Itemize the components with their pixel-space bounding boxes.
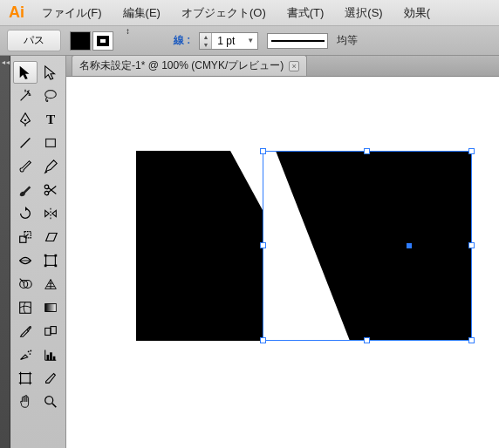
svg-point-29 (45, 397, 53, 404)
stroke-label: 線 : (174, 33, 190, 48)
svg-rect-21 (51, 327, 56, 334)
selection-tool[interactable] (13, 61, 38, 84)
artboard-tool[interactable] (13, 367, 38, 390)
svg-text:T: T (46, 112, 55, 126)
shape-builder-tool[interactable] (13, 273, 38, 295)
toolbox-collapse-gutter[interactable] (0, 56, 10, 448)
svg-rect-28 (21, 374, 31, 384)
svg-point-23 (30, 353, 31, 355)
zoom-tool[interactable] (38, 390, 63, 413)
canvas[interactable] (66, 77, 499, 448)
handle-s[interactable] (364, 337, 370, 343)
svg-rect-27 (53, 356, 56, 361)
pen-tool[interactable] (13, 108, 38, 131)
stroke-style-dropdown[interactable] (267, 33, 328, 49)
menu-edit[interactable]: 編集(E) (118, 3, 166, 24)
svg-rect-4 (46, 139, 56, 147)
svg-line-3 (21, 139, 31, 148)
app-icon: Ai (7, 4, 26, 22)
menu-select[interactable]: 選択(S) (339, 3, 387, 24)
pencil-tool[interactable] (38, 155, 63, 178)
svg-rect-10 (46, 256, 56, 266)
type-tool[interactable]: T (38, 108, 63, 131)
gradient-tool[interactable] (38, 296, 63, 319)
svg-rect-26 (50, 352, 52, 360)
document-tab-title: 名称未設定-1* @ 100% (CMYK/プレビュー) (79, 58, 284, 73)
svg-rect-7 (20, 236, 26, 242)
svg-rect-12 (55, 255, 58, 257)
eyedropper-tool[interactable] (13, 320, 38, 343)
perspective-grid-tool[interactable] (38, 273, 63, 295)
handle-e[interactable] (468, 242, 475, 248)
lasso-tool[interactable] (38, 85, 63, 107)
svg-point-1 (24, 119, 26, 121)
stroke-swatch[interactable] (92, 31, 113, 51)
paintbrush-tool[interactable] (13, 155, 38, 178)
rectangle-tool[interactable] (38, 132, 63, 154)
scale-tool[interactable] (13, 226, 38, 248)
shear-tool[interactable] (38, 226, 63, 248)
svg-point-0 (45, 91, 57, 98)
menu-type[interactable]: 書式(T) (282, 3, 330, 24)
center-anchor (407, 243, 412, 248)
blob-brush-tool[interactable] (13, 179, 38, 201)
column-graph-tool[interactable] (38, 343, 63, 366)
fill-stroke-swatches[interactable] (70, 31, 113, 51)
stroke-weight-value: 1 pt (212, 35, 243, 47)
svg-point-6 (44, 191, 49, 195)
svg-rect-18 (45, 304, 57, 312)
width-tool[interactable] (13, 249, 38, 272)
svg-rect-17 (20, 302, 31, 314)
stepper-arrows-icon[interactable]: ▲▼ (200, 33, 212, 49)
handle-se[interactable] (468, 337, 475, 343)
line-segment-tool[interactable] (13, 132, 38, 154)
svg-point-5 (44, 185, 49, 189)
blend-tool[interactable] (38, 320, 63, 343)
shape-left[interactable] (136, 151, 263, 341)
selection-bounding-box[interactable] (263, 151, 472, 341)
menu-file[interactable]: ファイル(F) (37, 3, 107, 24)
menu-object[interactable]: オブジェクト(O) (176, 3, 271, 24)
fill-swatch[interactable] (70, 31, 91, 51)
hand-tool[interactable] (13, 390, 38, 413)
svg-rect-14 (55, 265, 58, 268)
svg-point-24 (30, 350, 31, 352)
direct-selection-tool[interactable] (38, 61, 63, 84)
svg-point-22 (28, 351, 30, 353)
stroke-profile-label[interactable]: 均等 (337, 33, 358, 48)
scissors-tool[interactable] (38, 179, 63, 201)
handle-n[interactable] (364, 148, 370, 154)
selection-type-label: パス (7, 30, 61, 51)
handle-w[interactable] (260, 242, 266, 248)
svg-rect-25 (47, 355, 50, 360)
toolbox: T (10, 56, 66, 448)
handle-sw[interactable] (260, 337, 266, 343)
svg-rect-20 (45, 328, 51, 335)
svg-rect-13 (44, 265, 47, 268)
handle-ne[interactable] (468, 148, 475, 154)
svg-marker-31 (136, 151, 263, 341)
mesh-tool[interactable] (13, 296, 38, 319)
symbol-sprayer-tool[interactable] (13, 343, 38, 366)
document-tab[interactable]: 名称未設定-1* @ 100% (CMYK/プレビュー) × (72, 55, 307, 76)
svg-line-30 (52, 404, 57, 408)
magic-wand-tool[interactable] (13, 85, 38, 107)
chevron-down-icon[interactable]: ▼ (243, 37, 257, 44)
close-tab-button[interactable]: × (289, 61, 299, 71)
slice-tool[interactable] (38, 367, 63, 390)
swap-fill-stroke-icon[interactable]: ↕ (126, 26, 130, 36)
menu-effect[interactable]: 効果( (399, 3, 435, 24)
stroke-weight-stepper[interactable]: ▲▼ 1 pt ▼ (199, 32, 258, 50)
free-transform-tool[interactable] (38, 249, 63, 272)
svg-rect-11 (44, 255, 47, 257)
reflect-tool[interactable] (38, 202, 63, 225)
handle-nw[interactable] (260, 148, 266, 154)
rotate-tool[interactable] (13, 202, 38, 225)
